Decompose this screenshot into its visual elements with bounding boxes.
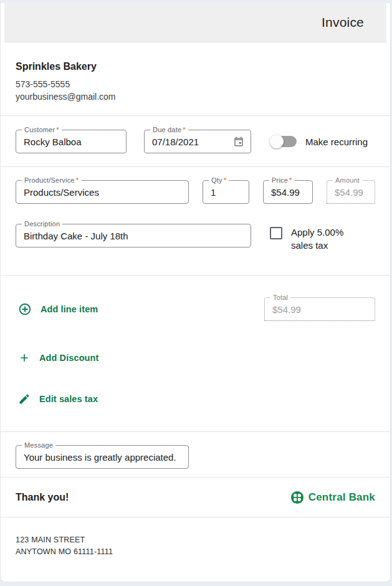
add-line-item-label: Add line item: [41, 304, 98, 314]
due-date-field-wrapper: Due date*: [144, 130, 251, 153]
required-asterisk: *: [76, 176, 79, 184]
description-row: Description Apply 5.00% sales tax: [1, 224, 390, 275]
sales-tax-checkbox[interactable]: [270, 227, 282, 239]
product-field-wrapper: Product/Service*: [16, 180, 189, 204]
pencil-icon: [18, 393, 31, 405]
business-email: yourbusiness@gmail.com: [16, 90, 375, 103]
central-bank-logo: Central Bank: [290, 491, 375, 504]
customer-label: Customer*: [22, 126, 62, 133]
total-label: Total: [270, 294, 290, 301]
qty-field-wrapper: Qty*: [203, 180, 249, 204]
total-field-wrapper: Total: [264, 297, 375, 321]
address-section: 123 MAIN STREET ANYTOWN MO 61111-1111: [1, 517, 390, 558]
product-label: Product/Service*: [22, 176, 81, 184]
make-recurring-label: Make recurring: [305, 137, 368, 147]
amount-input: [327, 187, 375, 198]
required-asterisk: *: [289, 176, 292, 184]
sales-tax-checkbox-label: Apply 5.00% sales tax: [291, 226, 367, 252]
business-name: Sprinkles Bakery: [16, 61, 375, 72]
required-asterisk: *: [56, 126, 59, 133]
thank-you-text: Thank you!: [16, 492, 69, 503]
add-line-item-button[interactable]: Add line item: [18, 302, 98, 316]
calendar-icon[interactable]: [233, 136, 251, 147]
due-date-input[interactable]: [145, 137, 233, 147]
business-phone: 573-555-5555: [16, 78, 375, 90]
add-discount-label: Add Discount: [39, 353, 98, 363]
required-asterisk: *: [183, 126, 185, 133]
qty-label: Qty*: [209, 176, 229, 184]
product-input[interactable]: [16, 187, 188, 198]
message-section: Message: [1, 432, 390, 477]
address-line-1: 123 MAIN STREET: [16, 534, 375, 546]
due-date-label: Due date*: [150, 126, 188, 133]
sales-tax-checkbox-group: Apply 5.00% sales tax: [270, 224, 367, 252]
price-field-wrapper: Price*: [263, 180, 313, 204]
business-info: Sprinkles Bakery 573-555-5555 yourbusine…: [1, 42, 390, 115]
customer-field-wrapper: Customer*: [16, 130, 127, 153]
description-input[interactable]: [16, 231, 251, 241]
make-recurring-group: Make recurring: [270, 135, 368, 148]
page-title: Invoice: [322, 15, 364, 30]
total-row: Add line item Total: [16, 297, 375, 321]
clover-circle-icon: [290, 491, 304, 504]
message-field-wrapper: Message: [16, 445, 189, 469]
bank-name: Central Bank: [308, 491, 375, 504]
required-asterisk: *: [224, 176, 226, 184]
totals-section: Add line item Total Add Discount Edit sa…: [1, 276, 390, 431]
price-label: Price*: [269, 176, 295, 184]
add-discount-button[interactable]: Add Discount: [18, 352, 375, 364]
description-label: Description: [22, 220, 62, 228]
edit-sales-tax-button[interactable]: Edit sales tax: [18, 393, 375, 405]
total-input: [265, 304, 375, 315]
invoice-header: Invoice: [4, 3, 386, 42]
plus-circle-icon: [18, 302, 32, 316]
address-line-2: ANYTOWN MO 61111-1111: [16, 546, 375, 558]
line-item-row: Product/Service* Qty* Price* Amount: [1, 167, 390, 204]
qty-input[interactable]: [203, 187, 249, 198]
amount-label: Amount: [333, 176, 362, 184]
edit-sales-tax-label: Edit sales tax: [39, 394, 98, 404]
message-input[interactable]: [16, 452, 188, 463]
customer-row: Customer* Due date* Make recurring: [1, 116, 390, 166]
description-field-wrapper: Description: [16, 224, 251, 247]
plus-icon: [18, 352, 31, 364]
make-recurring-toggle[interactable]: [270, 135, 297, 148]
customer-input[interactable]: [16, 137, 126, 147]
toggle-thumb: [270, 135, 284, 148]
price-input[interactable]: [264, 187, 312, 198]
invoice-card: Invoice Sprinkles Bakery 573-555-5555 yo…: [0, 3, 391, 582]
amount-field-wrapper: Amount: [327, 180, 375, 204]
thank-you-section: Thank you! Central Bank: [1, 478, 390, 517]
message-label: Message: [22, 441, 55, 449]
